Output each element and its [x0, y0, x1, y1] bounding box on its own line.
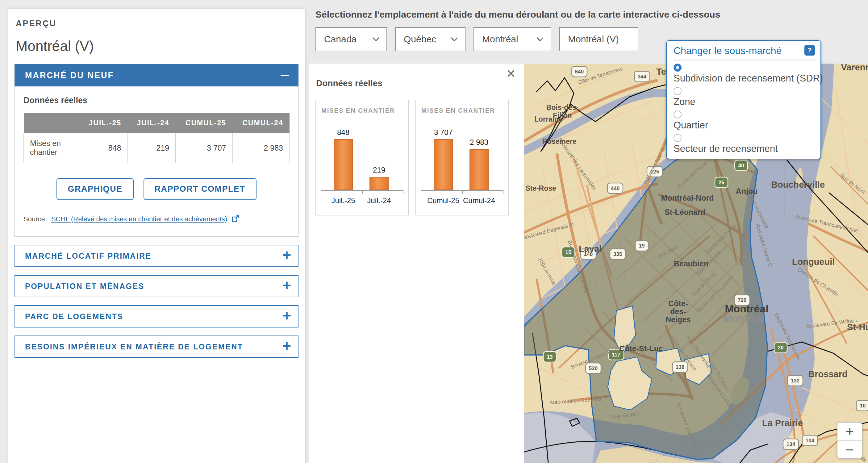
location-dropdown-qu-bec[interactable]: Québec [395, 27, 465, 51]
expand-icon[interactable]: + [282, 249, 291, 261]
radio-unselected[interactable] [674, 87, 682, 95]
axis-tick [403, 191, 403, 194]
bar-value: 219 [373, 166, 385, 175]
chevron-down-icon [372, 37, 380, 42]
divider [674, 60, 816, 61]
submarket-option-label: Subdivision de recensement (SDR) [674, 73, 815, 84]
x-axis-label: Cumul-24 [458, 196, 501, 205]
map-place-label: Montreal [723, 313, 765, 324]
chart-title: MISES EN CHANTIER [321, 107, 408, 114]
actual-data-panel: ✕ Données réelles MISES EN CHANTIER 848 … [309, 64, 524, 463]
svg-text:19: 19 [639, 243, 645, 249]
close-icon[interactable]: ✕ [506, 68, 516, 80]
table-cell: 3 707 [176, 133, 232, 163]
table-row: Mises en chantier 848 219 3 707 2 983 [24, 133, 289, 163]
road-shield-icon: 640 [572, 66, 587, 77]
accordion-open-label: MARCHÉ DU NEUF [25, 71, 114, 80]
accordion-marche-du-neuf[interactable]: MARCHÉ DU NEUF [14, 64, 299, 86]
submarket-option-secteur-de-recensement[interactable]: Secteur de recensement [674, 134, 815, 154]
graph-button[interactable]: GRAPHIQUE [57, 178, 133, 200]
road-shield-icon: 134 [783, 439, 799, 450]
submarket-title: Changer le sous-marché [674, 45, 781, 57]
svg-text:104: 104 [806, 438, 815, 443]
map-place-label: Ste-Rose [525, 184, 556, 192]
svg-text:10: 10 [860, 403, 866, 409]
axis-tick [503, 191, 503, 194]
map-place-label: Anjou [736, 187, 758, 195]
submarket-option-label: Quartier [674, 120, 815, 131]
accordion-label: BESOINS IMPÉRIEUX EN MATIÈRE DE LOGEMENT [25, 342, 243, 351]
svg-text:13: 13 [547, 354, 553, 360]
bar-value: 848 [337, 128, 349, 137]
help-icon[interactable]: ? [804, 45, 815, 56]
svg-text:640: 640 [575, 69, 584, 75]
accordion-label: POPULATION ET MÉNAGES [25, 282, 145, 291]
location-bar-title: Sélectionnez l'emplacement à l'aide du m… [315, 9, 720, 20]
accordion-list: MARCHÉ LOCATIF PRIMAIRE+POPULATION ET MÉ… [14, 245, 299, 358]
source-line: Source : SCHL (Relevé des mises en chant… [24, 214, 289, 224]
radio-unselected[interactable] [674, 111, 682, 119]
bar-cumul-25: 3 707 [434, 139, 453, 190]
dropdown-value: Canada [324, 34, 356, 44]
new-market-card-body: Données réelles JUIL.-25 JUIL.-24 CUMUL-… [14, 86, 299, 237]
zoom-in-button[interactable]: + [837, 423, 862, 441]
svg-text:344: 344 [638, 74, 647, 80]
table-col-header: CUMUL-24 [232, 113, 289, 133]
map-place-label: St-Léonard [664, 208, 705, 216]
accordion-marché-locatif-primaire[interactable]: MARCHÉ LOCATIF PRIMAIRE+ [14, 245, 299, 267]
accordion-besoins-impérieux-en-matière-de-logement[interactable]: BESOINS IMPÉRIEUX EN MATIÈRE DE LOGEMENT… [14, 336, 299, 358]
source-link[interactable]: SCHL (Relevé des mises en chantier et de… [51, 215, 227, 223]
road-shield-icon: 13 [543, 351, 556, 362]
map-place-label: Varennes [841, 64, 868, 72]
map-place-label: Beaubien [674, 259, 709, 268]
expand-icon[interactable]: + [282, 279, 291, 292]
table-col-header: JUIL.-24 [127, 113, 176, 133]
zoom-out-button[interactable]: − [837, 441, 862, 458]
axis-tick [421, 191, 421, 194]
bar-value: 3 707 [434, 128, 453, 137]
dropdown-value: Québec [404, 34, 436, 44]
map-place-label: Côte-St-Luc [619, 344, 663, 353]
svg-text:20: 20 [778, 345, 784, 351]
location-dropdown-canada[interactable]: Canada [315, 27, 387, 51]
overview-panel: APERÇU Montréal (V) MARCHÉ DU NEUF Donné… [8, 9, 305, 463]
map-place-label: St-Hubert [847, 322, 868, 332]
svg-text:440: 440 [611, 186, 620, 191]
table-col-header: JUIL.-25 [79, 113, 127, 133]
map-zoom-control: + − [837, 422, 863, 459]
external-link-icon [231, 214, 240, 224]
svg-text:40: 40 [738, 163, 744, 168]
expand-icon[interactable]: + [282, 310, 291, 322]
radio-unselected[interactable] [674, 134, 682, 142]
road-shield-icon: 20 [774, 342, 787, 353]
map-place-label: Montréal-Nord [661, 193, 714, 202]
submarket-panel: Changer le sous-marché ? Subdivision de … [666, 40, 821, 159]
road-shield-icon: 344 [634, 71, 650, 82]
starts-chart-monthly: MISES EN CHANTIER 848 219 Juil.-25 Juil.… [315, 100, 409, 215]
location-dropdown-montr-al[interactable]: Montréal [473, 27, 551, 51]
full-report-button[interactable]: RAPPORT COMPLET [144, 178, 256, 200]
chart-plot: 848 219 [321, 125, 403, 191]
radio-selected[interactable] [674, 64, 682, 72]
bar-value: 2 983 [470, 138, 488, 147]
collapse-icon[interactable] [281, 75, 289, 76]
starts-table: JUIL.-25 JUIL.-24 CUMUL-25 CUMUL-24 Mise… [24, 113, 289, 163]
svg-text:720: 720 [738, 297, 746, 303]
axis-tick [321, 191, 321, 194]
submarket-option-zone[interactable]: Zone [674, 87, 815, 107]
accordion-population-et-ménages[interactable]: POPULATION ET MÉNAGES+ [14, 275, 299, 297]
dropdown-value: Montréal [482, 34, 518, 44]
road-shield-icon: 138 [672, 362, 688, 372]
source-prefix: Source : [24, 215, 49, 223]
submarket-option-quartier[interactable]: Quartier [674, 111, 815, 131]
dropdown-value: Montréal (V) [568, 34, 619, 44]
map-place-label: Laval [579, 244, 601, 254]
actual-data-panel-heading: Données réelles [316, 79, 382, 88]
expand-icon[interactable]: + [282, 340, 291, 352]
submarket-option-subdivision-de-recensement-sdr-[interactable]: Subdivision de recensement (SDR) [674, 64, 815, 84]
map-place-label: Lorraine [534, 115, 563, 123]
location-dropdown-montr-al-v-[interactable]: Montréal (V) [559, 27, 638, 51]
accordion-parc-de-logements[interactable]: PARC DE LOGEMENTS+ [14, 305, 299, 328]
map-place-label: Rosemere [542, 137, 576, 145]
location-title: Montréal (V) [16, 38, 299, 54]
